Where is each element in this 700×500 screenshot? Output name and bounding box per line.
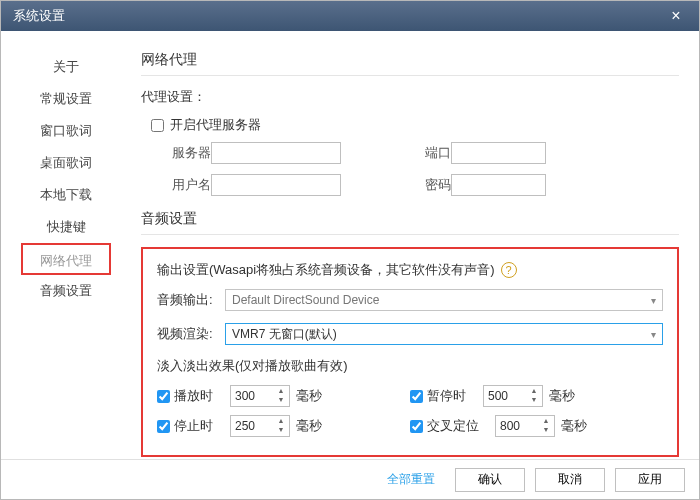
output-hint: 输出设置(Wasapi将独占系统音频设备，其它软件没有声音): [157, 261, 495, 279]
network-section-title: 网络代理: [141, 51, 679, 76]
reset-all-link[interactable]: 全部重置: [387, 471, 435, 488]
audio-highlight-box: 输出设置(Wasapi将独占系统音频设备，其它软件没有声音) ? 音频输出: D…: [141, 247, 679, 457]
fade-unit: 毫秒: [296, 387, 322, 405]
main-panel: 网络代理 代理设置： 开启代理服务器 服务器 端口 用户名 密码 音频设置: [131, 31, 699, 459]
sidebar-item-about[interactable]: 关于: [21, 51, 111, 83]
server-label: 服务器: [151, 144, 211, 162]
fade-unit: 毫秒: [549, 387, 575, 405]
video-render-label: 视频渲染:: [157, 325, 225, 343]
sidebar-item-audio[interactable]: 音频设置: [21, 275, 111, 307]
enable-proxy-label: 开启代理服务器: [170, 116, 261, 134]
window-title: 系统设置: [13, 7, 661, 25]
fade-stop-spinner[interactable]: 250 ▲▼: [230, 415, 290, 437]
spin-down-icon[interactable]: ▼: [540, 426, 552, 435]
fade-stop-checkbox[interactable]: [157, 420, 170, 433]
fade-cross-value: 800: [500, 419, 520, 433]
fade-stop-value: 250: [235, 419, 255, 433]
enable-proxy-checkbox[interactable]: [151, 119, 164, 132]
spin-up-icon[interactable]: ▲: [540, 417, 552, 426]
server-input[interactable]: [211, 142, 341, 164]
settings-dialog: 系统设置 × 关于 常规设置 窗口歌词 桌面歌词 本地下载 快捷键 网络代理 音…: [0, 0, 700, 500]
port-input[interactable]: [451, 142, 546, 164]
footer: 全部重置 确认 取消 应用: [1, 459, 699, 499]
fade-unit: 毫秒: [561, 417, 587, 435]
audio-output-label: 音频输出:: [157, 291, 225, 309]
spin-down-icon[interactable]: ▼: [275, 396, 287, 405]
fade-play-spinner[interactable]: 300 ▲▼: [230, 385, 290, 407]
fade-stop-label: 停止时: [174, 417, 224, 435]
cancel-button[interactable]: 取消: [535, 468, 605, 492]
help-icon[interactable]: ?: [501, 262, 517, 278]
fade-pause-checkbox[interactable]: [410, 390, 423, 403]
chevron-down-icon: ▾: [651, 329, 656, 340]
sidebar: 关于 常规设置 窗口歌词 桌面歌词 本地下载 快捷键 网络代理 音频设置: [1, 31, 131, 459]
sidebar-item-network-proxy[interactable]: 网络代理: [21, 243, 111, 275]
close-icon[interactable]: ×: [661, 6, 691, 26]
fade-play-value: 300: [235, 389, 255, 403]
titlebar: 系统设置 ×: [1, 1, 699, 31]
username-input[interactable]: [211, 174, 341, 196]
sidebar-item-local-download[interactable]: 本地下载: [21, 179, 111, 211]
fade-cross-spinner[interactable]: 800 ▲▼: [495, 415, 555, 437]
fade-pause-value: 500: [488, 389, 508, 403]
fade-title: 淡入淡出效果(仅对播放歌曲有效): [157, 357, 663, 375]
sidebar-item-general[interactable]: 常规设置: [21, 83, 111, 115]
username-label: 用户名: [151, 176, 211, 194]
fade-unit: 毫秒: [296, 417, 322, 435]
fade-play-label: 播放时: [174, 387, 224, 405]
spin-down-icon[interactable]: ▼: [528, 396, 540, 405]
audio-output-select[interactable]: Default DirectSound Device ▾: [225, 289, 663, 311]
fade-pause-label: 暂停时: [427, 387, 477, 405]
audio-section-title: 音频设置: [141, 210, 679, 235]
spin-up-icon[interactable]: ▲: [275, 417, 287, 426]
video-render-select[interactable]: VMR7 无窗口(默认) ▾: [225, 323, 663, 345]
fade-play-checkbox[interactable]: [157, 390, 170, 403]
dialog-body: 关于 常规设置 窗口歌词 桌面歌词 本地下载 快捷键 网络代理 音频设置 网络代…: [1, 31, 699, 459]
sidebar-item-window-lyrics[interactable]: 窗口歌词: [21, 115, 111, 147]
ok-button[interactable]: 确认: [455, 468, 525, 492]
chevron-down-icon: ▾: [651, 295, 656, 306]
fade-pause-spinner[interactable]: 500 ▲▼: [483, 385, 543, 407]
port-label: 端口: [411, 144, 451, 162]
spin-down-icon[interactable]: ▼: [275, 426, 287, 435]
apply-button[interactable]: 应用: [615, 468, 685, 492]
sidebar-item-desktop-lyrics[interactable]: 桌面歌词: [21, 147, 111, 179]
fade-cross-label: 交叉定位: [427, 417, 489, 435]
audio-output-value: Default DirectSound Device: [232, 293, 379, 307]
video-render-value: VMR7 无窗口(默认): [232, 326, 337, 343]
spin-up-icon[interactable]: ▲: [275, 387, 287, 396]
sidebar-item-shortcuts[interactable]: 快捷键: [21, 211, 111, 243]
fade-cross-checkbox[interactable]: [410, 420, 423, 433]
spin-up-icon[interactable]: ▲: [528, 387, 540, 396]
password-label: 密码: [411, 176, 451, 194]
proxy-settings-label: 代理设置：: [141, 88, 679, 106]
password-input[interactable]: [451, 174, 546, 196]
